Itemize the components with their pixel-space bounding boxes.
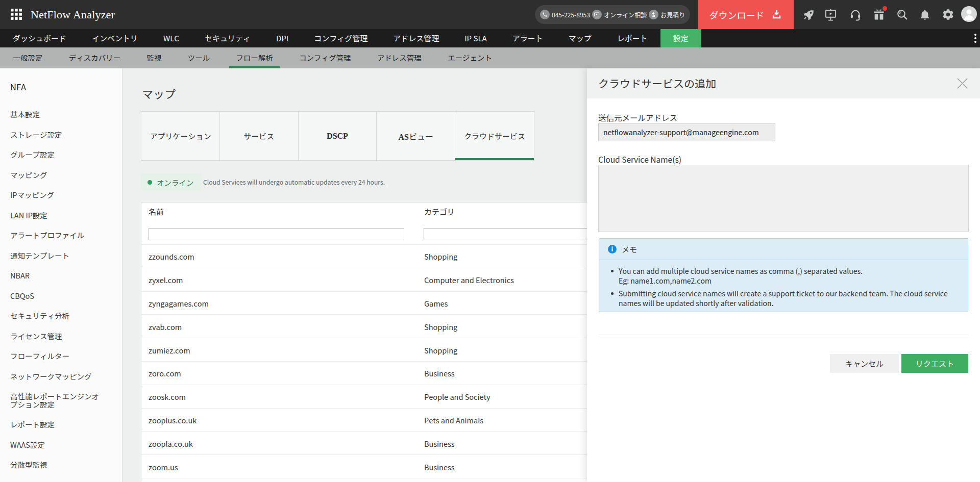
sidebar-item[interactable]: 高性能レポートエンジンオプション設定 [10,392,103,408]
email-input[interactable] [598,123,775,141]
cancel-button[interactable]: キャンセル [830,354,899,373]
getting-started-icon[interactable] [802,0,814,29]
column-header-name[interactable]: 名前 [149,206,164,217]
note-list: You can add multiple cloud service names… [599,266,968,308]
app-grid-icon[interactable] [11,9,22,20]
online-chat-icon [592,10,602,19]
subnav-item[interactable]: 一般設定 [7,47,50,68]
map-tab[interactable]: クラウドサービス [455,112,534,160]
search-icon[interactable] [896,0,909,29]
main-nav-item[interactable]: セキュリティ [192,29,263,47]
gear-icon[interactable] [942,0,954,29]
sidebar-item[interactable]: 分散型監視 [10,461,103,469]
column-header-category[interactable]: カテゴリ [424,206,455,217]
settings-sidebar: NFA 基本設定ストレージ設定グループ設定マッピングIPマッピングLAN IP設… [0,68,122,482]
sidebar-item[interactable]: グループ設定 [10,150,103,159]
subnav-item[interactable]: 監視 [140,47,168,68]
video-demo-icon[interactable] [824,0,838,29]
online-chat-label[interactable]: オンライン相談 [604,10,647,19]
sidebar-item[interactable]: 基本設定 [10,110,103,118]
sidebar-item[interactable]: セキュリティ分析 [10,312,103,320]
subnav-item[interactable]: ツール [181,47,217,68]
sidebar-item[interactable]: NBAR [10,271,103,280]
bell-icon[interactable] [919,0,930,29]
sidebar-item[interactable]: ライセンス管理 [10,332,103,340]
settings-subnav: 一般設定ディスカバリー監視ツールフロー解析コンフィグ管理アドレス管理エージェント [0,47,980,68]
add-cloud-service-panel: クラウドサービスの追加 送信元メールアドレス Cloud Service Nam… [587,68,980,482]
email-label: 送信元メールアドレス [598,112,677,123]
footer-divider [599,335,968,335]
note-bullet: You can add multiple cloud service names… [599,266,968,285]
panel-header: クラウドサービスの追加 [587,68,980,98]
note-box: メモ You can add multiple cloud service na… [599,238,968,312]
support-headset-icon[interactable] [850,0,861,29]
sidebar-item[interactable]: アラートプロファイル [10,231,103,239]
subnav-item[interactable]: エージェント [441,47,499,68]
map-tab[interactable]: DSCP [299,112,377,160]
main-nav: ダッシュボードインベントリWLCセキュリティDPIコンフィグ管理アドレス管理IP… [0,29,980,47]
sidebar-item[interactable]: LAN IP設定 [10,211,103,219]
name-filter-input[interactable] [149,228,404,240]
quote-label[interactable]: お見積り [660,10,685,19]
page-title: マップ [142,85,176,102]
kebab-menu-icon[interactable] [974,29,976,47]
main-nav-item[interactable]: WLC [151,29,192,47]
main-nav-item[interactable]: DPI [263,29,301,47]
note-bullet: Submitting cloud service names will crea… [599,289,968,308]
sidebar-item[interactable]: WAAS設定 [10,441,103,449]
panel-title: クラウドサービスの追加 [598,68,716,98]
main-nav-item[interactable]: コンフィグ管理 [301,29,380,47]
main-nav-item[interactable]: ダッシュボード [0,29,79,47]
online-status-dot [148,180,152,185]
sidebar-item[interactable]: レポート設定 [10,420,103,428]
main-nav-item[interactable]: マップ [556,29,604,47]
phone-number: 045-225-8953 [552,10,590,19]
main-nav-item[interactable]: IP SLA [452,29,499,47]
sidebar-item[interactable]: IPマッピング [10,191,103,199]
map-tabs: アプリケーションサービスDSCPASビュークラウドサービス [141,111,534,161]
online-status-label: オンライン [157,177,194,188]
download-button[interactable]: ダウンロード [698,0,794,29]
subnav-item[interactable]: アドレス管理 [371,47,428,68]
notification-dot [883,6,887,11]
status-note: Cloud Services will undergo automatic up… [203,173,385,191]
subnav-item[interactable]: ディスカバリー [62,47,128,68]
names-label: Cloud Service Name(s) [598,154,681,165]
note-title: メモ [622,239,637,260]
contact-pill: 045-225-8953 オンライン相談 お見積り [535,5,690,24]
avatar[interactable] [961,6,977,22]
phone-icon [540,10,550,19]
main-nav-item[interactable]: インベントリ [79,29,151,47]
subnav-item[interactable]: フロー解析 [229,47,280,68]
sidebar-item[interactable]: フローフィルター [10,352,103,360]
close-icon[interactable] [957,78,968,89]
product-title: NetFlow Analyzer [31,0,115,29]
top-header: NetFlow Analyzer 045-225-8953 オンライン相談 お見… [0,0,980,29]
sidebar-item[interactable]: マッピング [10,171,103,179]
sidebar-title: NFA [10,81,122,93]
note-header: メモ [599,239,968,260]
sidebar-item[interactable]: ストレージ設定 [10,131,103,139]
map-tab[interactable]: サービス [220,112,299,160]
main-nav-item[interactable]: 設定 [660,29,701,47]
sidebar-item[interactable]: CBQoS [10,292,103,300]
map-tab[interactable]: アプリケーション [141,112,220,160]
map-tab[interactable]: ASビュー [377,112,455,160]
main-nav-item[interactable]: レポート [604,29,660,47]
whats-new-gift-icon[interactable] [873,0,885,29]
main-nav-item[interactable]: アドレス管理 [380,29,452,47]
request-button[interactable]: リクエスト [901,354,968,373]
cloud-service-names-textarea[interactable] [598,165,969,232]
main-nav-item[interactable]: アラート [500,29,556,47]
info-icon [608,245,617,253]
quote-icon [649,10,658,19]
status-badge: オンライン [141,173,201,191]
subnav-item[interactable]: コンフィグ管理 [292,47,358,68]
sidebar-item[interactable]: ネットワークマッピング [10,372,103,380]
sidebar-item[interactable]: 通知テンプレート [10,251,103,260]
